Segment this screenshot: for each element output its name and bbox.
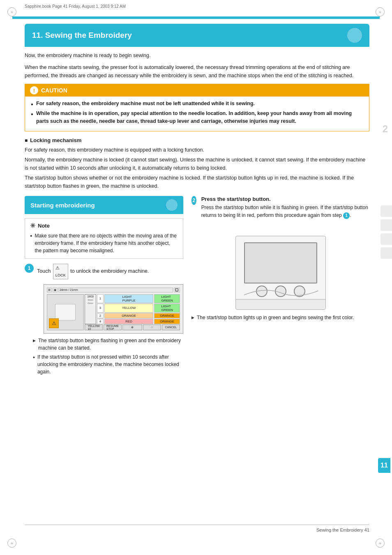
arrow-item-2: The start/stop button lights up in green…	[191, 314, 369, 321]
locking-para2: Normally, the embroidery machine is lock…	[25, 156, 369, 172]
screen-name-4: RED	[104, 319, 153, 324]
locking-body: For safety reason, this embroidery machi…	[25, 146, 369, 190]
note-title: ✳ Note	[30, 222, 178, 230]
screen-num-2: 3	[97, 304, 104, 313]
caution-item-2: While the machine is in operation, pay s…	[31, 110, 363, 125]
page-wrapper: Sapphire.book Page 41 Friday, August 1, …	[0, 0, 392, 555]
intro-para2: When the machine starts sewing, the pres…	[25, 64, 369, 80]
reg-mark-br	[376, 539, 385, 548]
screen-name-2: YELLOW	[104, 304, 153, 313]
step-2-header: 2 Press the start/stop button. Press the…	[191, 196, 369, 219]
arrow-item-1: The start/stop button begins flashing in…	[33, 337, 183, 352]
screen-num-3: 2	[97, 313, 104, 318]
caution-item-1: For safety reason, the embroidery machin…	[31, 100, 363, 108]
lock-button-icon: ⚠LOCK	[53, 264, 68, 279]
screen-color-row-1: 1 LIGHTPURPLE LIGHTGREEN	[97, 294, 180, 303]
sub-heading: Starting embroidering	[25, 196, 183, 214]
bullet-item-1: If the start/stop button is not pressed …	[33, 353, 183, 375]
note-title-label: Note	[38, 223, 50, 229]
note-list: Make sure that there are no objects with…	[30, 232, 178, 254]
chapter-heading: 11. Sewing the Embroidery	[25, 24, 369, 47]
main-content: 11. Sewing the Embroidery Now, the embro…	[25, 20, 369, 377]
screen-status-1: LIGHTGREEN	[154, 294, 180, 303]
screen-bottom-buttons: YELLOW10 RESUMESTOP ⊕ ☞ CANCEL	[85, 325, 180, 330]
step-1-post: to unlock the embroidery machine.	[70, 268, 149, 274]
right-tab-4	[380, 247, 392, 259]
screen-num-1: 1	[97, 294, 104, 303]
step-2-num: 2	[191, 196, 196, 205]
screen-row-divider: 1803 3mm 0mm 1 LIGHTPURPLE	[85, 294, 180, 324]
screen-icon-1: ⊞	[47, 288, 52, 292]
caution-label: CAUTION	[41, 87, 67, 94]
machine-bottom	[236, 299, 325, 309]
reg-mark-tr	[376, 7, 385, 16]
sub-heading-label: Starting embroidering	[30, 202, 95, 209]
locking-para3: The start/stop button shows whether or n…	[25, 174, 369, 190]
screen-color-row-3: 2 ORANGE ORANGE	[97, 313, 180, 318]
machine-front-image	[235, 236, 326, 310]
right-tab-1	[380, 205, 392, 217]
col-right: 2 Press the start/stop button. Press the…	[191, 196, 369, 377]
step-2-content: Press the start/stop button. Press the s…	[201, 196, 369, 219]
two-col-layout: Starting embroidering ✳ Note Make sure t…	[25, 196, 369, 377]
footer-text: Sewing the Embroidery 41	[316, 527, 369, 532]
screen-color-list: 1803 3mm 0mm 1 LIGHTPURPLE	[85, 294, 180, 330]
intro-para1: Now, the embroidery machine is ready to …	[25, 52, 369, 60]
file-info: Sapphire.book Page 41 Friday, August 1, …	[25, 4, 126, 9]
step-1-num: 1	[25, 264, 34, 273]
note-item-1: Make sure that there are no objects with…	[30, 232, 178, 254]
step-2-body: Press the start/stop button while it is …	[201, 204, 369, 219]
step-1-pre: Touch	[37, 268, 51, 274]
screen-name-1: LIGHTPURPLE	[104, 294, 153, 303]
machine-screenshot: ⊞ ◉ 24mm / 21mm 🔲	[35, 284, 183, 334]
screen-name-3: ORANGE	[104, 313, 153, 318]
screen-lock-button[interactable]: ⚠	[49, 318, 59, 328]
locking-para1: For safety reason, this embroidery machi…	[25, 146, 369, 154]
screen-preview-box	[55, 304, 76, 320]
sub-heading-circle	[166, 199, 178, 211]
note-box: ✳ Note Make sure that there are no objec…	[25, 218, 183, 259]
col-left: Starting embroidering ✳ Note Make sure t…	[25, 196, 183, 377]
screen-num-4: 4	[97, 319, 104, 324]
step-1-reference: 1	[343, 212, 350, 219]
caution-list: For safety reason, the embroidery machin…	[25, 97, 369, 125]
step-1-row: 1 Touch ⚠LOCK to unlock the embroidery m…	[25, 264, 183, 279]
screen-status-3: ORANGE	[154, 313, 180, 318]
heading-circle-decoration	[347, 28, 362, 43]
screen-icon-hand: ☞	[143, 325, 161, 330]
screen-size-info: 24mm / 21mm	[58, 288, 173, 292]
chapter-side-number: 2	[383, 123, 388, 135]
step-2-area: 2 Press the start/stop button. Press the…	[191, 196, 369, 219]
warning-icon: !	[30, 86, 38, 94]
note-star-icon: ✳	[30, 222, 35, 230]
caution-header: ! CAUTION	[25, 84, 369, 97]
screen-main-area: ✛ ⚠ 1803 3	[47, 294, 180, 330]
screen-btn-resume[interactable]: RESUMESTOP	[104, 325, 122, 330]
reg-mark-tl	[7, 7, 16, 16]
screen-btn-cancel[interactable]: CANCEL	[162, 325, 180, 330]
machine-screen-display: ⊞ ◉ 24mm / 21mm 🔲	[44, 284, 183, 334]
step-1-text: Touch ⚠LOCK to unlock the embroidery mac…	[37, 264, 149, 279]
step-2-title: Press the start/stop button.	[201, 196, 369, 202]
screen-icon-zoom: ⊕	[122, 325, 142, 330]
caution-box: ! CAUTION For safety reason, the embroid…	[25, 84, 369, 131]
machine-curve-svg	[240, 287, 322, 299]
screen-top-bar: ⊞ ◉ 24mm / 21mm 🔲	[47, 288, 180, 292]
screen-btn-yellow: YELLOW10	[85, 325, 103, 330]
chapter-tab-11: 11	[378, 458, 390, 473]
screen-stitch-count: 1803 3mm 0mm	[85, 294, 96, 324]
screen-preview-area: ✛ ⚠	[47, 294, 84, 330]
screen-icon-2: ◉	[53, 288, 58, 292]
screen-color-rows: 1 LIGHTPURPLE LIGHTGREEN 3 YELLOW	[97, 294, 180, 324]
screen-color-row-2: 3 YELLOW LIGHTGREEN	[97, 304, 180, 313]
top-blue-bar	[12, 16, 380, 19]
screen-status-2: LIGHTGREEN	[154, 304, 180, 313]
right-tab-3	[380, 233, 392, 245]
machine-display-rect	[244, 242, 317, 283]
footer: Sewing the Embroidery 41	[25, 525, 369, 532]
locking-section-title: Locking mechanism	[25, 137, 369, 143]
reg-mark-bl	[7, 539, 16, 548]
right-tab-2	[380, 219, 392, 231]
screen-color-row-4: 4 RED ORANGE	[97, 319, 180, 324]
right-tabs	[380, 205, 392, 259]
